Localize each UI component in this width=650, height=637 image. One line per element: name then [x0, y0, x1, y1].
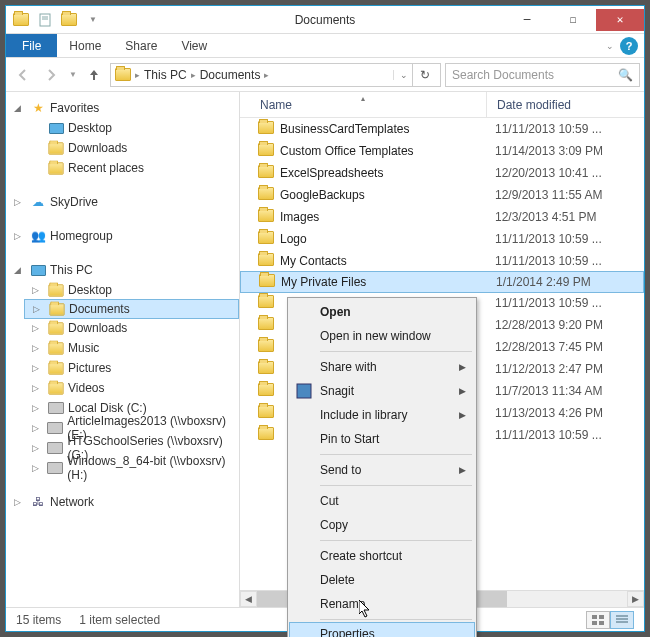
navbar: ▼ ▸ This PC ▸ Documents ▸ ⌄ ↻ Search Doc…	[6, 58, 644, 92]
file-row[interactable]: My Contacts11/11/2013 10:59 ...	[240, 250, 644, 272]
file-row[interactable]: ExcelSpreadsheets12/20/2013 10:41 ...	[240, 162, 644, 184]
folder-icon	[258, 295, 274, 311]
menu-separator	[320, 485, 472, 486]
nav-network[interactable]: ▷🖧Network	[6, 492, 239, 512]
nav-pc-music[interactable]: ▷Music	[24, 338, 239, 358]
nav-skydrive[interactable]: ▷☁SkyDrive	[6, 192, 239, 212]
tab-view[interactable]: View	[169, 34, 219, 57]
drive-icon	[48, 400, 64, 416]
network-drive-icon	[47, 460, 63, 476]
nav-pc-desktop[interactable]: ▷Desktop	[24, 280, 239, 300]
homegroup-icon: 👥	[30, 228, 46, 244]
menu-include-library[interactable]: Include in library▶	[290, 403, 474, 427]
folder-icon	[258, 339, 274, 355]
file-row[interactable]: Logo11/11/2013 10:59 ...	[240, 228, 644, 250]
menu-send-to[interactable]: Send to▶	[290, 458, 474, 482]
svg-rect-10	[297, 384, 311, 398]
menu-copy[interactable]: Copy	[290, 513, 474, 537]
file-date: 11/11/2013 10:59 ...	[485, 232, 602, 246]
network-drive-icon	[47, 420, 63, 436]
chevron-right-icon[interactable]: ▸	[135, 70, 140, 80]
menu-separator	[320, 454, 472, 455]
qat-newfolder-icon[interactable]	[58, 9, 80, 31]
menu-open-new-window[interactable]: Open in new window	[290, 324, 474, 348]
nav-downloads[interactable]: Downloads	[24, 138, 239, 158]
maximize-button[interactable]: ☐	[550, 9, 596, 31]
nav-pc-pictures[interactable]: ▷Pictures	[24, 358, 239, 378]
menu-pin-start[interactable]: Pin to Start	[290, 427, 474, 451]
file-row[interactable]: GoogleBackups12/9/2013 11:55 AM	[240, 184, 644, 206]
nav-pc-downloads[interactable]: ▷Downloads	[24, 318, 239, 338]
chevron-down-icon[interactable]: ⌄	[606, 41, 614, 51]
help-icon[interactable]: ?	[620, 37, 638, 55]
nav-recent[interactable]: Recent places	[24, 158, 239, 178]
file-row[interactable]: Custom Office Templates11/14/2013 3:09 P…	[240, 140, 644, 162]
scroll-left-icon[interactable]: ◀	[240, 591, 257, 607]
menu-snagit[interactable]: Snagit▶	[290, 379, 474, 403]
file-date: 11/11/2013 10:59 ...	[485, 428, 602, 442]
folder-icon	[258, 231, 274, 247]
status-selected: 1 item selected	[79, 613, 160, 627]
scroll-right-icon[interactable]: ▶	[627, 591, 644, 607]
tab-home[interactable]: Home	[57, 34, 113, 57]
file-row[interactable]: My Private Files1/1/2014 2:49 PM	[240, 271, 644, 293]
context-menu: Open Open in new window Share with▶ Snag…	[287, 297, 477, 637]
menu-share-with[interactable]: Share with▶	[290, 355, 474, 379]
view-thumbnails-button[interactable]	[586, 611, 610, 629]
folder-icon	[259, 274, 275, 290]
nav-pane: ◢★Favorites Desktop Downloads Recent pla…	[6, 92, 240, 607]
tab-share[interactable]: Share	[113, 34, 169, 57]
nav-favorites[interactable]: ◢★Favorites	[6, 98, 239, 118]
close-button[interactable]: ✕	[596, 9, 644, 31]
column-name[interactable]: ▴Name	[240, 92, 487, 117]
svg-rect-5	[592, 621, 597, 625]
computer-icon	[30, 262, 46, 278]
breadcrumb-thispc[interactable]: This PC	[144, 68, 187, 82]
folder-icon	[48, 320, 64, 336]
breadcrumb-documents[interactable]: Documents	[200, 68, 261, 82]
menu-properties[interactable]: Properties	[289, 622, 475, 637]
titlebar: ▼ Documents ─ ☐ ✕	[6, 6, 644, 34]
downloads-icon	[48, 140, 64, 156]
view-details-button[interactable]	[610, 611, 634, 629]
menu-cut[interactable]: Cut	[290, 489, 474, 513]
tab-file[interactable]: File	[6, 34, 57, 57]
nav-desktop[interactable]: Desktop	[24, 118, 239, 138]
file-date: 11/12/2013 2:47 PM	[485, 362, 603, 376]
qat-properties-icon[interactable]	[34, 9, 56, 31]
nav-thispc[interactable]: ◢This PC	[6, 260, 239, 280]
back-button[interactable]	[10, 62, 36, 88]
file-row[interactable]: Images12/3/2013 4:51 PM	[240, 206, 644, 228]
breadcrumb-icon	[115, 68, 131, 81]
refresh-button[interactable]: ↻	[412, 64, 436, 86]
chevron-right-icon[interactable]: ▸	[191, 70, 196, 80]
folder-icon	[258, 121, 274, 137]
svg-rect-6	[599, 621, 604, 625]
sort-asc-icon: ▴	[361, 94, 365, 103]
forward-button[interactable]	[38, 62, 64, 88]
dropdown-icon[interactable]: ⌄	[393, 70, 408, 80]
folder-icon	[48, 340, 64, 356]
nav-homegroup[interactable]: ▷👥Homegroup	[6, 226, 239, 246]
menu-create-shortcut[interactable]: Create shortcut	[290, 544, 474, 568]
breadcrumb[interactable]: ▸ This PC ▸ Documents ▸ ⌄ ↻	[110, 63, 441, 87]
recent-dropdown-icon[interactable]: ▼	[66, 62, 80, 88]
snagit-icon	[296, 383, 312, 399]
up-button[interactable]	[82, 63, 106, 87]
chevron-right-icon[interactable]: ▸	[264, 70, 269, 80]
file-row[interactable]: BusinessCardTemplates11/11/2013 10:59 ..…	[240, 118, 644, 140]
qat-dropdown-icon[interactable]: ▼	[82, 9, 104, 31]
nav-pc-documents[interactable]: ▷Documents	[24, 299, 239, 319]
file-date: 12/28/2013 7:45 PM	[485, 340, 603, 354]
menu-open[interactable]: Open	[290, 300, 474, 324]
menu-rename[interactable]: Rename	[290, 592, 474, 616]
search-input[interactable]: Search Documents 🔍	[445, 63, 640, 87]
nav-pc-videos[interactable]: ▷Videos	[24, 378, 239, 398]
svg-rect-4	[599, 615, 604, 619]
minimize-button[interactable]: ─	[504, 9, 550, 31]
column-date[interactable]: Date modified	[487, 92, 644, 117]
nav-pc-netdrive-h[interactable]: ▷Windows_8_64-bit (\\vboxsrv) (H:)	[24, 458, 239, 478]
star-icon: ★	[30, 100, 46, 116]
menu-delete[interactable]: Delete	[290, 568, 474, 592]
svg-rect-0	[40, 14, 50, 26]
